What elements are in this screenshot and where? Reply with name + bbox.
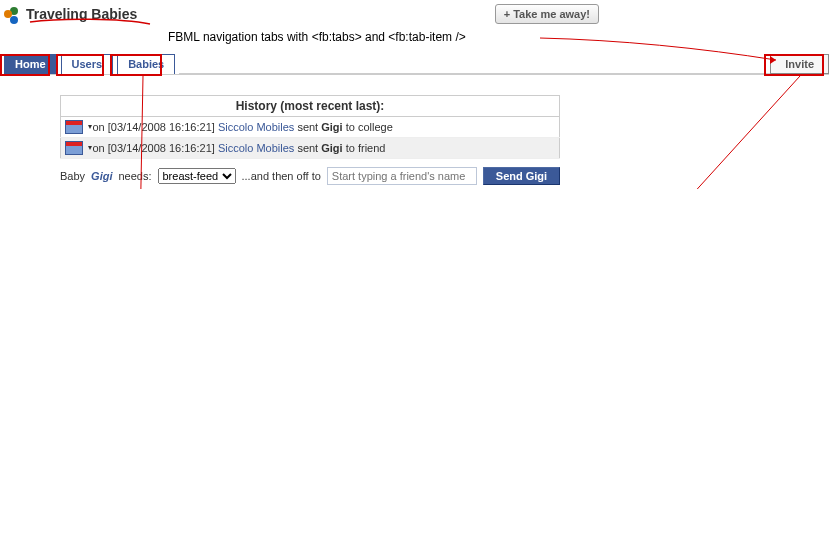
calendar-icon[interactable] — [65, 120, 83, 134]
annotation-caption: FBML navigation tabs with <fb:tabs> and … — [168, 30, 466, 44]
tab-babies[interactable]: Babies — [117, 54, 175, 74]
history-row: on [03/14/2008 16:16:21] Siccolo Mobiles… — [61, 138, 560, 159]
app-icon — [4, 6, 20, 22]
take-me-away-button[interactable]: Take me away! — [495, 4, 599, 24]
history-baby: Gigi — [321, 142, 342, 154]
main-tab-bar: Home Users Babies Invite — [4, 54, 829, 75]
send-gigi-button[interactable]: Send Gigi — [483, 167, 560, 185]
tab-users[interactable]: Users — [61, 54, 114, 74]
app-title: Traveling Babies — [26, 6, 137, 22]
baby-name: Gigi — [91, 170, 112, 182]
history-panel: History (most recent last): on [03/14/20… — [60, 95, 560, 159]
calendar-icon[interactable] — [65, 141, 83, 155]
tab-home[interactable]: Home — [4, 54, 57, 74]
tab-invite[interactable]: Invite — [770, 54, 829, 74]
needs-row: Baby Gigi needs: breast-feed ...and then… — [60, 167, 829, 185]
history-baby: Gigi — [321, 121, 342, 133]
history-user-link[interactable]: Siccolo Mobiles — [218, 121, 294, 133]
history-ts: on [03/14/2008 16:16:21] — [93, 121, 215, 133]
history-ts: on [03/14/2008 16:16:21] — [93, 142, 215, 154]
history-heading: History (most recent last): — [61, 96, 560, 117]
friend-input[interactable] — [327, 167, 477, 185]
history-user-link[interactable]: Siccolo Mobiles — [218, 142, 294, 154]
needs-select[interactable]: breast-feed — [158, 168, 236, 184]
history-row: on [03/14/2008 16:16:21] Siccolo Mobiles… — [61, 117, 560, 138]
